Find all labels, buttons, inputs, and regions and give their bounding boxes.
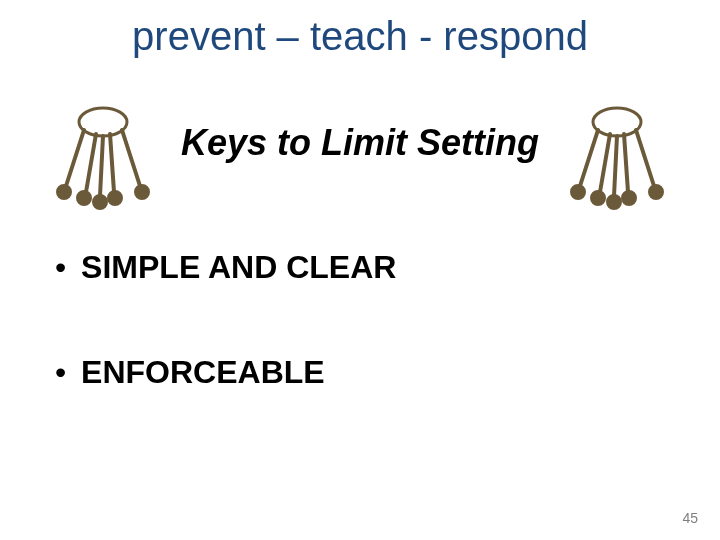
svg-point-15 (592, 192, 604, 204)
svg-line-16 (624, 134, 628, 192)
svg-point-13 (572, 186, 584, 198)
slide: prevent – teach - respond (0, 0, 720, 540)
bullet-text: ENFORCEABLE (81, 354, 325, 390)
svg-point-17 (623, 192, 635, 204)
svg-point-10 (94, 196, 106, 208)
bullet-list: • SIMPLE AND CLEAR • ENFORCEABLE (55, 250, 665, 460)
svg-point-2 (58, 186, 70, 198)
svg-line-12 (580, 130, 598, 186)
svg-line-20 (614, 136, 617, 196)
bullet-dot: • (55, 355, 66, 390)
svg-point-4 (78, 192, 90, 204)
svg-point-21 (608, 196, 620, 208)
page-number: 45 (682, 510, 698, 526)
svg-line-14 (600, 134, 610, 192)
keys-icon (562, 100, 672, 210)
list-item: • ENFORCEABLE (55, 355, 665, 390)
svg-point-11 (593, 108, 641, 136)
bullet-text: SIMPLE AND CLEAR (81, 249, 396, 285)
slide-title: prevent – teach - respond (0, 14, 720, 59)
svg-point-8 (136, 186, 148, 198)
bullet-dot: • (55, 250, 66, 285)
svg-point-19 (650, 186, 662, 198)
svg-point-6 (109, 192, 121, 204)
list-item: • SIMPLE AND CLEAR (55, 250, 665, 285)
svg-line-18 (636, 130, 654, 186)
subtitle-row: Keys to Limit Setting (0, 100, 720, 220)
